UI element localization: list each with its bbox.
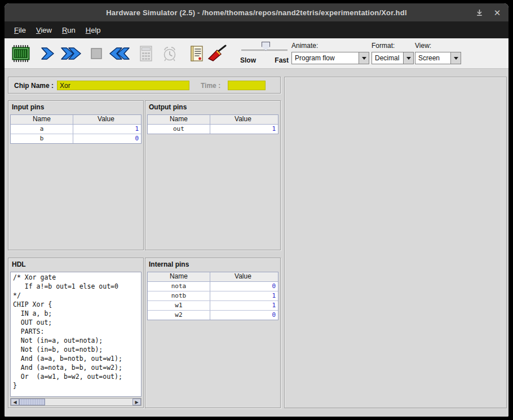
pin-value[interactable]: 1: [73, 125, 141, 134]
clock-icon: [162, 45, 178, 62]
close-button[interactable]: ✕: [493, 8, 502, 17]
output-pins-panel: Output pins Name Value out 1: [145, 100, 281, 250]
hardware-simulator-window: Hardware Simulator (2.5) - /home/thomas/…: [5, 3, 508, 417]
hdl-title: HDL: [8, 258, 143, 269]
scroll-right-icon[interactable]: ▶: [132, 399, 141, 405]
hdl-code-text: /* Xor gate If a!=b out=1 else out=0 */ …: [13, 273, 139, 390]
slider-slow-label: Slow: [240, 56, 256, 64]
internal-pins-title: Internal pins: [145, 258, 280, 269]
output-pins-title: Output pins: [145, 101, 280, 112]
table-row: b 0: [11, 134, 141, 143]
chevron-down-icon: [362, 57, 366, 62]
table-header-row: Name Value: [148, 115, 278, 125]
menu-run[interactable]: Run: [57, 23, 81, 37]
chip-icon: [11, 44, 30, 63]
toolbar: Slow Fast Animate: Program flow Format: …: [5, 38, 508, 69]
view-dropdown-button[interactable]: [450, 52, 461, 64]
minimize-button[interactable]: [475, 8, 484, 17]
view-label: View:: [415, 42, 431, 50]
chevron-down-icon: [454, 57, 458, 62]
pin-name: a: [11, 125, 73, 134]
fast-forward-icon: [60, 45, 82, 62]
table-row: w2 0: [148, 311, 278, 320]
format-label: Format:: [372, 42, 395, 50]
stop-icon: [90, 47, 103, 60]
format-select[interactable]: Decimal: [372, 52, 414, 64]
column-header-value: Value: [210, 272, 278, 281]
run-button[interactable]: [58, 42, 85, 65]
script-icon: [189, 45, 204, 62]
brush-icon: [207, 45, 227, 63]
animate-select[interactable]: Program flow: [291, 52, 369, 64]
input-pins-table: Name Value a 1 b 0: [10, 114, 141, 144]
input-pins-panel: Input pins Name Value a 1 b 0: [8, 100, 144, 250]
chevron-down-icon: [406, 57, 411, 62]
column-header-name: Name: [148, 115, 210, 124]
hdl-horizontal-scrollbar[interactable]: ◀ ▶: [10, 398, 141, 406]
table-header-row: Name Value: [148, 272, 278, 282]
table-row: w1 1: [148, 301, 278, 311]
titlebar[interactable]: Hardware Simulator (2.5) - /home/thomas/…: [5, 3, 508, 21]
pin-name: w1: [148, 301, 210, 310]
chip-header-panel: Chip Name : Xor Time :: [8, 77, 281, 94]
window-controls: ✕: [475, 3, 502, 21]
time-label: Time :: [201, 82, 220, 90]
slider-track[interactable]: [241, 50, 288, 52]
internal-pins-table: Name Value nota 0 notb 1 w1 1 w2 0: [147, 272, 278, 320]
column-header-value: Value: [210, 115, 278, 124]
slider-fast-label: Fast: [275, 56, 289, 64]
pin-value[interactable]: 0: [73, 134, 141, 143]
animate-value: Program flow: [292, 54, 359, 62]
chip-name-label: Chip Name :: [14, 82, 54, 90]
chip-name-field[interactable]: Xor: [57, 81, 189, 90]
scrollbar-track[interactable]: [45, 399, 132, 405]
window-title: Hardware Simulator (2.5) - /home/thomas/…: [106, 8, 406, 17]
menu-file[interactable]: File: [9, 23, 31, 37]
load-chip-button[interactable]: [9, 42, 33, 65]
main-area: Chip Name : Xor Time : Input pins Name V…: [5, 69, 508, 417]
pin-value: 0: [210, 311, 278, 320]
animate-label: Animate:: [291, 42, 318, 50]
column-header-value: Value: [73, 115, 141, 124]
reset-button[interactable]: [106, 42, 133, 65]
single-step-button[interactable]: [36, 42, 60, 65]
table-row: a 1: [11, 125, 141, 134]
stop-button[interactable]: [85, 42, 108, 65]
table-row: out 1: [148, 125, 278, 134]
screen-view-panel: [284, 77, 507, 408]
minimize-icon: [476, 9, 483, 16]
menu-view[interactable]: View: [31, 23, 57, 37]
pin-value: 1: [210, 291, 278, 300]
column-header-name: Name: [148, 272, 210, 281]
output-pins-table: Name Value out 1: [147, 114, 278, 134]
scrollbar-thumb[interactable]: [19, 399, 45, 405]
time-field: [228, 81, 266, 90]
pin-value: 0: [210, 282, 278, 291]
close-icon: ✕: [494, 8, 501, 17]
pin-name: w2: [148, 311, 210, 320]
rewind-icon: [109, 45, 130, 62]
view-select[interactable]: Screen: [415, 52, 461, 64]
animate-dropdown-button[interactable]: [359, 52, 369, 64]
scroll-left-icon[interactable]: ◀: [11, 399, 19, 405]
table-row: notb 1: [148, 291, 278, 301]
pin-value: 1: [210, 125, 278, 134]
clock-button[interactable]: [158, 42, 182, 65]
pin-name: b: [11, 134, 73, 143]
format-dropdown-button[interactable]: [403, 52, 413, 64]
menu-help[interactable]: Help: [81, 23, 106, 37]
pin-name: out: [148, 125, 210, 134]
column-header-name: Name: [11, 115, 73, 124]
pin-name: notb: [148, 291, 210, 300]
pin-value: 1: [210, 301, 278, 310]
pin-name: nota: [148, 282, 210, 291]
hdl-panel: HDL /* Xor gate If a!=b out=1 else out=0…: [8, 258, 144, 408]
eval-button[interactable]: [134, 42, 158, 65]
view-value: Screen: [415, 54, 450, 62]
format-value: Decimal: [372, 54, 403, 62]
table-row: nota 0: [148, 282, 278, 291]
table-header-row: Name Value: [11, 115, 141, 125]
step-forward-icon: [41, 45, 55, 62]
clear-button[interactable]: [205, 42, 229, 65]
speed-slider[interactable]: Slow Fast: [240, 42, 289, 67]
